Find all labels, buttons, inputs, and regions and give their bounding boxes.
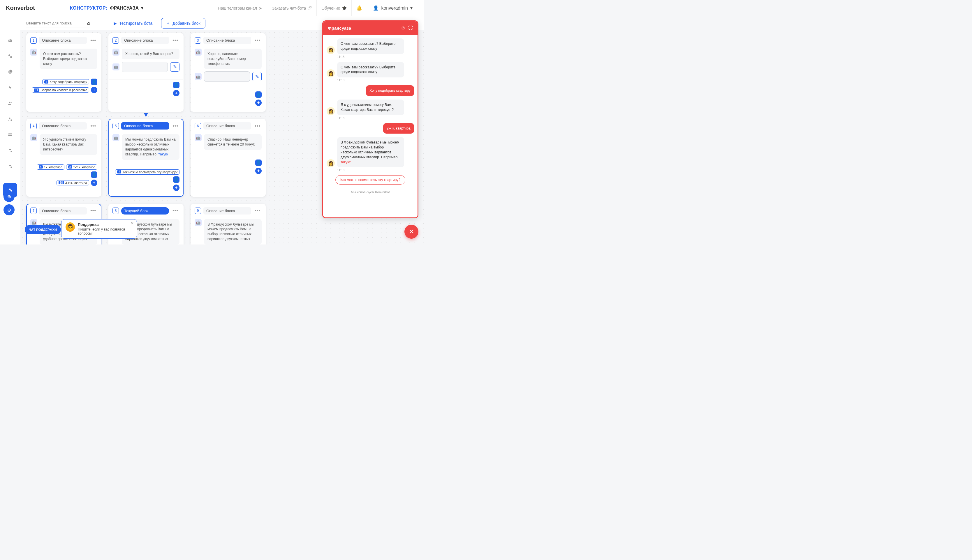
robot-icon: 🤖 [30, 48, 37, 56]
constructor-label: КОНСТРУКТОР: [70, 5, 107, 11]
sidebar-integrations[interactable] [3, 81, 17, 95]
add-choice-button[interactable]: + [173, 90, 179, 96]
block-title[interactable]: Описание блока [203, 207, 251, 215]
support-popup: 👨 Поддержка Пишите, если у вас появятся … [61, 219, 137, 239]
block-menu[interactable]: ••• [89, 208, 97, 213]
close-icon[interactable]: ✕ [131, 221, 134, 225]
block-title[interactable]: Описание блока [39, 207, 87, 215]
search-input[interactable] [26, 19, 85, 27]
zoom-out-button[interactable]: ⊖ [3, 204, 15, 215]
constructor-title[interactable]: КОНСТРУКТОР: ФРАНСУАЗА ▾ [70, 5, 143, 11]
block-3[interactable]: 3 Описание блока ••• 🤖 Хорошо, напишите … [191, 33, 266, 112]
search-icon[interactable]: ⌕ [87, 20, 90, 26]
expand-icon[interactable]: ⛶ [408, 25, 413, 31]
block-message: Я с удовольствием помогу Вам. Какая квар… [40, 134, 97, 155]
sidebar-access[interactable] [3, 112, 17, 126]
message-time: 11:18 [337, 117, 414, 120]
block-title[interactable]: Описание блока [39, 37, 87, 44]
order-link-label: Заказать чат-бота [272, 6, 306, 10]
block-title[interactable]: Описание блока [121, 37, 169, 44]
order-bot-link[interactable]: Заказать чат-бота 🗪 [267, 0, 316, 16]
robot-icon: 🤖 [195, 219, 202, 226]
block-menu[interactable]: ••• [253, 123, 262, 128]
block-menu[interactable]: ••• [171, 38, 179, 43]
block-message: Мы можем предложить Вам на выбор несколь… [122, 134, 179, 160]
choice-tag[interactable]: 7Как можно посмотреть эту квартиру? [115, 169, 179, 175]
play-icon: ▶ [114, 21, 117, 26]
support-badge[interactable]: ЧАТ ПОДДЕРЖКИ [25, 225, 61, 234]
block-9[interactable]: 9 Описание блока ••• 🤖 В Французском бул… [191, 204, 266, 245]
block-6[interactable]: 6 Описание блока ••• 🤖 Спасибо! Наш мене… [191, 119, 266, 197]
block-menu[interactable]: ••• [89, 123, 97, 128]
block-title[interactable]: Описание блока [121, 122, 169, 130]
svg-point-2 [10, 40, 11, 41]
block-title[interactable]: Описание блока [203, 37, 251, 44]
choice-label: 3-х к. квартира [65, 181, 87, 185]
sidebar-bot[interactable] [3, 33, 17, 47]
block-number: 2 [112, 37, 119, 44]
plug-icon [8, 85, 13, 90]
support-title: Поддержка [78, 222, 132, 227]
user-icon: 👤 [173, 82, 179, 88]
refresh-icon[interactable]: ⟳ [402, 25, 405, 31]
bot-message: В Французском бульваре мы можем предложи… [337, 137, 404, 167]
block-4[interactable]: 4 Описание блока ••• 🤖 Я с удовольствием… [26, 119, 101, 197]
choice-tag[interactable]: 82-х к. квартира [66, 165, 97, 170]
bot-avatar: 👩 [326, 69, 335, 77]
block-menu[interactable]: ••• [171, 123, 179, 128]
users-lock-icon [8, 163, 13, 169]
block-2[interactable]: 2 Описание блока ••• 🤖 Хорошо, какой у В… [109, 33, 184, 112]
notification-bell[interactable]: 🔔 [351, 0, 367, 16]
add-choice-button[interactable]: + [173, 185, 179, 191]
sidebar-billing[interactable] [3, 128, 17, 142]
block-menu[interactable]: ••• [253, 38, 262, 43]
user-icon: 👤 [255, 92, 262, 98]
block-title[interactable]: Описание блока [39, 122, 87, 130]
test-bot-button[interactable]: ▶ Тестировать бота [114, 21, 152, 26]
add-block-button[interactable]: ＋ Добавить блок [161, 18, 205, 28]
telegram-link[interactable]: Наш телеграм канал ➤ [213, 0, 267, 16]
choice-tag[interactable]: 4Хочу подобрать квартиру [42, 79, 89, 84]
input-field[interactable] [204, 71, 250, 82]
choice-tag[interactable]: 11Вопрос по ипотеке и рассрочке [32, 87, 89, 93]
chevron-down-icon[interactable]: ▾ [141, 5, 143, 11]
block-title[interactable]: Описание блока [203, 122, 251, 130]
block-5[interactable]: 5 Описание блока ••• 🤖 Мы можем предложи… [109, 119, 184, 197]
sidebar-settings[interactable] [3, 49, 17, 63]
block-menu[interactable]: ••• [253, 208, 262, 213]
user-icon: 👤 [373, 5, 379, 11]
sidebar-roles-2[interactable] [3, 159, 17, 173]
sidebar-analytics[interactable] [3, 65, 17, 79]
user-menu[interactable]: 👤 konveradmin ▾ [367, 0, 418, 16]
chat-close-button[interactable]: ✕ [405, 225, 418, 239]
block-menu[interactable]: ••• [171, 208, 179, 213]
chat-body[interactable]: 👩 О чем вам рассказать? Выберите среди п… [323, 35, 418, 217]
plus-icon: ＋ [166, 21, 170, 26]
block-title-current[interactable]: Текущий блок [121, 207, 169, 215]
choice-tag[interactable]: 103-х к. квартира [57, 180, 89, 185]
sidebar-roles-1[interactable] [3, 143, 17, 157]
block-1[interactable]: 1 Описание блока ••• 🤖 О чем вам рассказ… [26, 33, 101, 112]
chat-header: Франсуаза ⟳ ⛶ [323, 21, 418, 35]
svg-rect-11 [8, 135, 12, 135]
zoom-in-button[interactable]: ⊕ [3, 191, 15, 202]
user-message: Хочу подобрать квартиру [366, 85, 414, 96]
add-choice-button[interactable]: + [91, 87, 97, 93]
edit-button[interactable]: ✎ [170, 62, 179, 72]
training-link[interactable]: Обучение 🎓 [316, 0, 351, 16]
top-header: Konverbot КОНСТРУКТОР: ФРАНСУАЗА ▾ Наш т… [0, 0, 424, 16]
svg-rect-14 [11, 151, 12, 153]
add-choice-button[interactable]: + [91, 180, 97, 186]
edit-button[interactable]: ✎ [252, 72, 262, 81]
chat-suggestion-button[interactable]: Как можно посмотреть эту квартиру? [335, 175, 405, 185]
add-choice-button[interactable]: + [255, 100, 262, 106]
chevron-down-icon: ▾ [410, 5, 413, 11]
robot-icon: 🤖 [112, 48, 119, 56]
choice-tag[interactable]: 51к. квартира [37, 165, 64, 170]
input-field[interactable] [122, 62, 168, 72]
choice-label: Хочу подобрать квартиру [50, 80, 87, 83]
block-menu[interactable]: ••• [89, 38, 97, 43]
chat-preview: Франсуаза ⟳ ⛶ 👩 О чем вам рассказать? Вы… [322, 20, 418, 218]
sidebar-users[interactable] [3, 96, 17, 110]
add-choice-button[interactable]: + [255, 168, 262, 174]
